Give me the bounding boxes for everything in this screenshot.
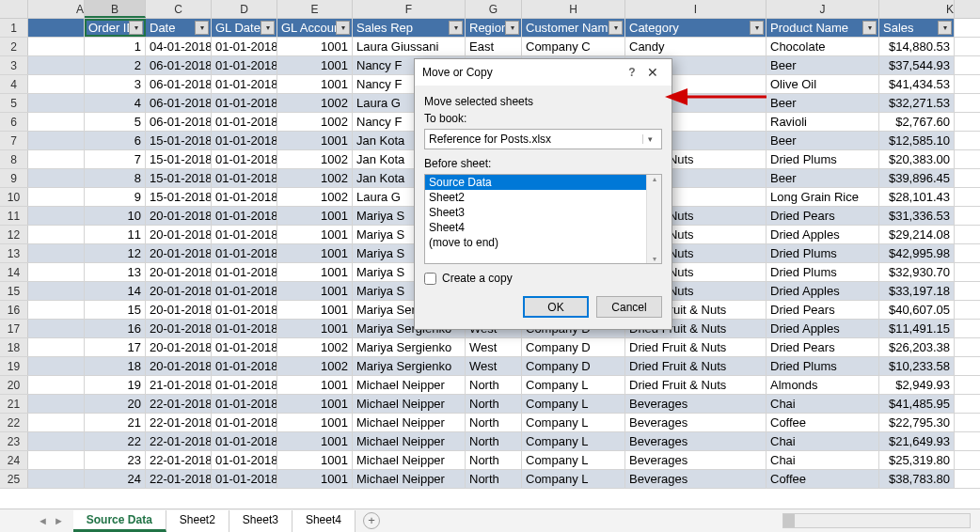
col-E[interactable]: E: [277, 0, 353, 18]
cell[interactable]: Beverages: [625, 395, 767, 413]
horizontal-scrollbar[interactable]: [782, 513, 971, 528]
cell[interactable]: Michael Neipper: [353, 414, 466, 431]
cell[interactable]: Beverages: [625, 451, 767, 469]
cell[interactable]: Candy: [625, 38, 767, 55]
cell[interactable]: Beer: [767, 132, 879, 149]
cell[interactable]: Beer: [767, 169, 879, 187]
col-H[interactable]: H: [522, 0, 625, 18]
sheet-tab[interactable]: Sheet2: [166, 510, 229, 532]
row-header[interactable]: 14: [0, 263, 28, 281]
before-sheet-option[interactable]: Sheet4: [425, 220, 646, 235]
row-header[interactable]: 2: [0, 38, 28, 55]
cell[interactable]: Coffee: [767, 414, 879, 431]
cell[interactable]: 1001: [277, 207, 353, 225]
cell[interactable]: $28,101.43: [879, 188, 955, 206]
table-header-cell[interactable]: GL Date▾: [212, 19, 277, 37]
cell[interactable]: 01-01-2018: [212, 451, 277, 469]
cell[interactable]: North: [466, 451, 522, 469]
before-sheet-option[interactable]: Sheet3: [425, 205, 646, 220]
row-header[interactable]: 20: [0, 376, 28, 394]
cell[interactable]: $33,197.18: [879, 282, 955, 300]
ok-button[interactable]: OK: [523, 296, 589, 318]
row-header[interactable]: 12: [0, 226, 28, 243]
filter-dropdown-icon[interactable]: ▾: [750, 21, 764, 35]
cell[interactable]: [28, 244, 85, 262]
cell[interactable]: $31,336.53: [879, 207, 955, 225]
tab-nav-arrows[interactable]: ◄►: [28, 515, 73, 526]
cell[interactable]: Company L: [522, 414, 625, 431]
cell[interactable]: 9: [85, 188, 146, 206]
cell[interactable]: 01-01-2018: [212, 56, 277, 74]
cell[interactable]: 1001: [277, 38, 353, 55]
before-sheet-list[interactable]: Source DataSheet2Sheet3Sheet4(move to en…: [424, 174, 662, 264]
cell[interactable]: 06-01-2018: [146, 75, 212, 93]
cell[interactable]: 06-01-2018: [146, 94, 212, 112]
create-copy-checkbox[interactable]: Create a copy: [424, 272, 662, 285]
cell[interactable]: Company L: [522, 470, 625, 488]
cell[interactable]: 15-01-2018: [146, 169, 212, 187]
cell[interactable]: 1001: [277, 263, 353, 281]
cell[interactable]: 01-01-2018: [212, 244, 277, 262]
cell[interactable]: 01-01-2018: [212, 94, 277, 112]
row-header[interactable]: 7: [0, 132, 28, 149]
row-header[interactable]: 11: [0, 207, 28, 225]
filter-dropdown-icon[interactable]: ▾: [938, 21, 952, 35]
cell[interactable]: 1001: [277, 132, 353, 149]
cell[interactable]: Company L: [522, 395, 625, 413]
cell[interactable]: 01-01-2018: [212, 207, 277, 225]
cell[interactable]: 01-01-2018: [212, 376, 277, 394]
cell[interactable]: [28, 113, 85, 131]
cell[interactable]: Beer: [767, 56, 879, 74]
cell[interactable]: Chai: [767, 451, 879, 469]
cell[interactable]: Beverages: [625, 470, 767, 488]
cell[interactable]: Dried Apples: [767, 282, 879, 300]
filter-dropdown-icon[interactable]: ▾: [336, 21, 350, 35]
cell[interactable]: Dried Pears: [767, 338, 879, 356]
cell[interactable]: 20-01-2018: [146, 244, 212, 262]
cell[interactable]: 01-01-2018: [212, 150, 277, 168]
cell[interactable]: [28, 395, 85, 413]
cell[interactable]: 23: [85, 451, 146, 469]
col-F[interactable]: F: [353, 0, 466, 18]
cell[interactable]: 1002: [277, 150, 353, 168]
sheet-tab[interactable]: Sheet3: [229, 510, 292, 532]
cell[interactable]: 01-01-2018: [212, 320, 277, 337]
cell[interactable]: 01-01-2018: [212, 113, 277, 131]
cell[interactable]: Dried Pears: [767, 207, 879, 225]
row-header[interactable]: 19: [0, 357, 28, 375]
table-header-cell[interactable]: Region▾: [466, 19, 522, 37]
cell[interactable]: 22-01-2018: [146, 414, 212, 431]
cell[interactable]: 22-01-2018: [146, 395, 212, 413]
cell[interactable]: 7: [85, 150, 146, 168]
col-A[interactable]: A: [28, 0, 85, 18]
cell[interactable]: Company L: [522, 376, 625, 394]
cell[interactable]: 15: [85, 301, 146, 319]
filter-dropdown-icon[interactable]: ▾: [862, 21, 877, 35]
cell[interactable]: West: [466, 357, 522, 375]
cell[interactable]: North: [466, 395, 522, 413]
cell[interactable]: $41,485.95: [879, 395, 955, 413]
cell[interactable]: 01-01-2018: [212, 226, 277, 243]
cell[interactable]: 01-01-2018: [212, 169, 277, 187]
cell[interactable]: [28, 207, 85, 225]
cell[interactable]: 01-01-2018: [212, 395, 277, 413]
cell[interactable]: [28, 376, 85, 394]
cell[interactable]: [28, 451, 85, 469]
cell[interactable]: $39,896.45: [879, 169, 955, 187]
cell[interactable]: 01-01-2018: [212, 432, 277, 450]
cell[interactable]: 20-01-2018: [146, 263, 212, 281]
row-header[interactable]: 8: [0, 150, 28, 168]
cell[interactable]: 1002: [277, 357, 353, 375]
table-header-cell[interactable]: Sales▾: [879, 19, 955, 37]
cell[interactable]: $2,949.93: [879, 376, 955, 394]
table-header-cell[interactable]: GL Accoun▾: [277, 19, 353, 37]
cell[interactable]: 17: [85, 338, 146, 356]
cell[interactable]: [28, 470, 85, 488]
cell[interactable]: 01-01-2018: [212, 414, 277, 431]
col-J[interactable]: J: [767, 0, 879, 18]
cell[interactable]: Dried Apples: [767, 320, 879, 337]
table-header-cell[interactable]: Order ID▾: [85, 19, 146, 37]
cell[interactable]: [28, 132, 85, 149]
cell[interactable]: 1: [85, 38, 146, 55]
cell[interactable]: 21: [85, 414, 146, 431]
